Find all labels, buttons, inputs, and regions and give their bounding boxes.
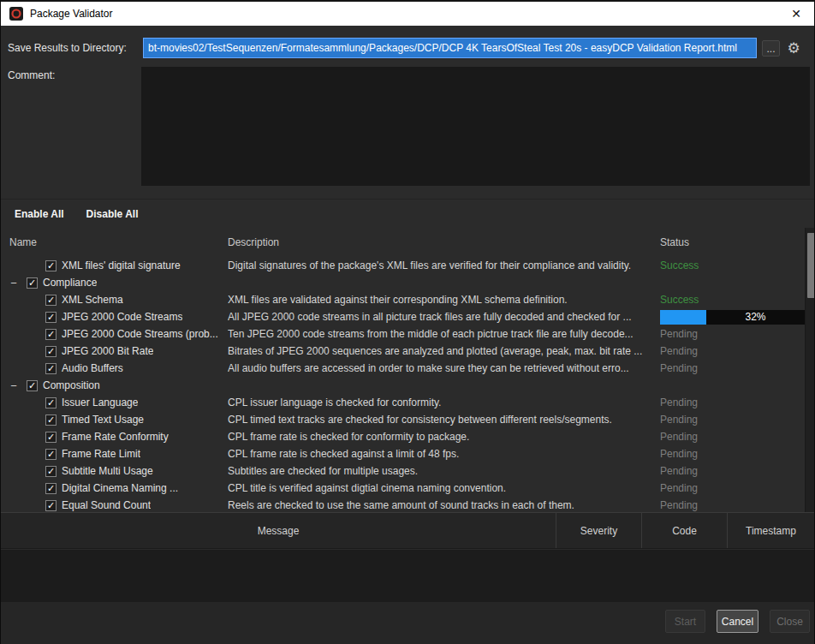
check-name: JPEG 2000 Bit Rate: [62, 345, 153, 357]
collapse-icon[interactable]: −: [8, 277, 20, 289]
comment-textarea[interactable]: [141, 67, 810, 186]
check-status-cell: Success: [658, 294, 805, 306]
status-text: Success: [660, 259, 699, 271]
package-validator-window: Package Validator ✕ Save Results to Dire…: [0, 0, 815, 644]
check-description: XML files are validated against their co…: [228, 294, 658, 306]
check-status-cell: Pending: [658, 328, 805, 340]
check-description: All JPEG 2000 code streams in all pictur…: [228, 311, 658, 323]
status-text: Pending: [660, 345, 698, 357]
check-checkbox[interactable]: ✓: [45, 346, 57, 357]
check-checkbox[interactable]: ✓: [45, 466, 57, 477]
check-name: Audio Buffers: [62, 362, 123, 374]
checkmark-icon: ✓: [47, 295, 55, 305]
check-checkbox[interactable]: ✓: [45, 329, 57, 340]
checkmark-icon: ✓: [47, 313, 55, 322]
table-row[interactable]: − ✓ Frame Rate Limit CPL frame rate is c…: [1, 445, 805, 462]
check-checkbox[interactable]: ✓: [45, 260, 57, 271]
check-checkbox[interactable]: ✓: [45, 500, 57, 511]
save-directory-label: Save Results to Directory:: [8, 42, 127, 54]
check-name: Equal Sound Count: [62, 499, 151, 511]
check-description: CPL title is verified against digtial ci…: [228, 482, 658, 494]
table-row[interactable]: − ✓ Compliance: [1, 274, 805, 291]
checkmark-icon: ✓: [47, 398, 55, 408]
table-row[interactable]: − ✓ JPEG 2000 Code Streams All JPEG 2000…: [1, 308, 805, 325]
check-status-cell: Pending: [658, 414, 805, 426]
disable-all-button[interactable]: Disable All: [86, 208, 139, 220]
check-status-cell: Pending: [658, 499, 805, 511]
checkmark-icon: ✓: [28, 278, 36, 288]
checks-table-header: Name Description Status: [1, 228, 805, 257]
check-checkbox[interactable]: ✓: [45, 483, 57, 494]
footer-bar: Start Cancel Close GP TIPP GP: [1, 602, 814, 644]
check-description: CPL issuer language is checked for confo…: [228, 397, 658, 408]
check-name: XML Schema: [62, 294, 123, 306]
check-description: Subtitles are checked for multiple usage…: [228, 465, 658, 477]
table-row[interactable]: − ✓ Frame Rate Conformity CPL frame rate…: [1, 428, 805, 445]
check-status-cell: Pending: [658, 448, 805, 460]
check-checkbox[interactable]: ✓: [45, 432, 57, 443]
check-checkbox[interactable]: ✓: [27, 277, 38, 289]
check-name: XML files' digital signature: [62, 259, 181, 271]
status-text: Success: [660, 294, 699, 306]
check-status-cell: Pending: [658, 465, 805, 477]
check-description: CPL frame rate is checked for conformity…: [228, 431, 658, 443]
table-row[interactable]: − ✓ JPEG 2000 Code Streams (prob... Ten …: [1, 325, 805, 343]
scrollbar-thumb[interactable]: [807, 233, 815, 298]
check-checkbox[interactable]: ✓: [45, 312, 57, 323]
table-row[interactable]: − ✓ Composition: [1, 377, 805, 394]
checks-toolbar: Enable All Disable All: [1, 199, 814, 228]
table-row[interactable]: − ✓ Equal Sound Count Reels are checked …: [1, 497, 805, 511]
check-checkbox[interactable]: ✓: [45, 295, 57, 306]
check-description: CPL timed text tracks are checked for co…: [228, 414, 658, 426]
close-window-button[interactable]: ✕: [787, 4, 806, 23]
check-checkbox[interactable]: ✓: [27, 380, 38, 391]
table-row[interactable]: − ✓ Issuer Language CPL issuer language …: [1, 394, 805, 411]
check-description: CPL frame rate is checked against a limi…: [228, 448, 658, 460]
column-header-description: Description: [228, 236, 658, 248]
check-checkbox[interactable]: ✓: [45, 397, 57, 408]
gear-icon: ⚙: [787, 40, 800, 57]
check-checkbox[interactable]: ✓: [45, 363, 57, 374]
checkmark-icon: ✓: [47, 364, 55, 373]
report-settings-button[interactable]: ⚙: [782, 38, 805, 58]
checkmark-icon: ✓: [47, 501, 55, 510]
check-name: Timed Text Usage: [62, 414, 144, 426]
checks-table-body: − ✓ XML files' digital signature Digital…: [1, 257, 805, 511]
status-text: Pending: [660, 328, 698, 340]
status-text: Pending: [660, 414, 698, 426]
save-directory-input[interactable]: [143, 38, 757, 58]
checkmark-icon: ✓: [47, 347, 55, 356]
check-checkbox[interactable]: ✓: [45, 414, 57, 426]
progress-fill: [660, 310, 706, 325]
table-row[interactable]: − ✓ Subtitle Multi Usage Subtitles are c…: [1, 462, 805, 480]
check-description: Reels are checked to use the same amount…: [228, 499, 658, 511]
table-row[interactable]: − ✓ Timed Text Usage CPL timed text trac…: [1, 411, 805, 428]
start-button[interactable]: Start: [665, 610, 705, 633]
table-row[interactable]: − ✓ XML files' digital signature Digital…: [1, 257, 805, 274]
comment-label: Comment:: [8, 69, 55, 81]
table-row[interactable]: − ✓ Digital Cinema Naming ... CPL title …: [1, 480, 805, 497]
vertical-scrollbar[interactable]: [805, 228, 815, 512]
check-name: Digital Cinema Naming ...: [62, 482, 178, 494]
check-status-cell: Pending: [658, 345, 805, 357]
check-status-cell: Success: [658, 259, 805, 271]
check-name: Frame Rate Conformity: [62, 431, 169, 443]
close-button[interactable]: Close: [770, 610, 810, 633]
check-name: Frame Rate Limit: [62, 448, 140, 460]
cancel-button[interactable]: Cancel: [717, 610, 758, 633]
table-row[interactable]: − ✓ JPEG 2000 Bit Rate Bitrates of JPEG …: [1, 343, 805, 360]
check-description: All audio buffers are accessed in order …: [228, 362, 658, 374]
table-row[interactable]: − ✓ XML Schema XML files are validated a…: [1, 291, 805, 308]
table-row[interactable]: − ✓ Audio Buffers All audio buffers are …: [1, 360, 805, 377]
check-name: Composition: [43, 379, 100, 391]
checkmark-icon: ✓: [47, 415, 55, 425]
browse-button[interactable]: ...: [762, 40, 780, 57]
checkmark-icon: ✓: [47, 450, 55, 459]
column-header-message: Message: [1, 513, 556, 548]
enable-all-button[interactable]: Enable All: [15, 208, 64, 220]
checkmark-icon: ✓: [47, 261, 55, 271]
check-checkbox[interactable]: ✓: [45, 449, 57, 460]
check-status-cell: Pending: [658, 362, 805, 374]
messages-table-body: [1, 550, 814, 602]
collapse-icon[interactable]: −: [8, 380, 20, 391]
